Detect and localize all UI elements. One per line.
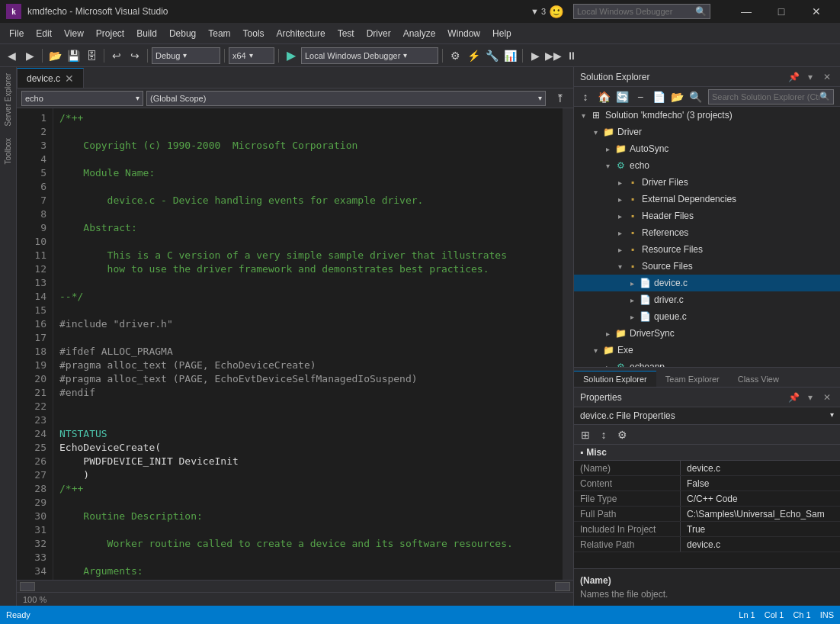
- code-editor[interactable]: /*++​ Copyright (c) 1990-2000 Microsoft …: [53, 108, 563, 580]
- tree-item-solution[interactable]: ▾ ⊞ Solution 'kmdfecho' (3 projects): [574, 107, 840, 124]
- tree-item[interactable]: ▸ 📁 DriverSync: [574, 325, 840, 342]
- chevron-right-icon[interactable]: ▸: [614, 246, 626, 254]
- chevron-down-icon[interactable]: ▾: [589, 346, 601, 355]
- se-search[interactable]: 🔍: [708, 89, 834, 105]
- file-dropdown[interactable]: echo ▾: [21, 91, 143, 106]
- menu-edit[interactable]: Edit: [30, 23, 58, 44]
- prop-pin-btn[interactable]: 📌: [787, 391, 800, 404]
- chevron-right-icon[interactable]: ▸: [614, 179, 626, 187]
- tree-item[interactable]: ▸ ▪ Header Files: [574, 207, 840, 224]
- chevron-down-icon[interactable]: ▾: [614, 262, 626, 271]
- server-explorer-label[interactable]: Server Explorer: [1, 67, 15, 132]
- chevron-down-icon[interactable]: ▾: [601, 162, 614, 170]
- prop-menu-btn[interactable]: ▾: [803, 391, 817, 404]
- toolbar-extra2[interactable]: ⚡: [465, 47, 482, 64]
- tree-item[interactable]: ▸ ▪ Driver Files: [574, 174, 840, 191]
- tree-item[interactable]: ▸ 📄 device.c: [574, 275, 840, 291]
- chevron-right-icon[interactable]: ▸: [601, 145, 614, 153]
- se-tb-home[interactable]: 🏠: [595, 88, 612, 105]
- tree-item[interactable]: ▾ ▪ Source Files: [574, 258, 840, 275]
- se-tab-solution[interactable]: Solution Explorer: [574, 371, 656, 387]
- menu-driver[interactable]: Driver: [361, 23, 397, 44]
- editor-hscrollbar[interactable]: [17, 580, 573, 592]
- toolbar-extra3[interactable]: 🔧: [483, 47, 500, 64]
- toolbar-run3[interactable]: ⏸: [563, 47, 580, 64]
- tree-item[interactable]: ▾ ⚙ echo: [574, 157, 840, 174]
- menu-test[interactable]: Test: [332, 23, 361, 44]
- minimize-button[interactable]: —: [729, 0, 764, 23]
- chevron-right-icon[interactable]: ▸: [626, 313, 638, 321]
- menu-project[interactable]: Project: [90, 23, 130, 44]
- chevron-right-icon[interactable]: ▸: [601, 330, 614, 338]
- prop-dropdown-arrow[interactable]: ▾: [830, 410, 834, 419]
- chevron-right-icon[interactable]: ▸: [614, 229, 626, 237]
- chevron-right-icon[interactable]: ▸: [614, 195, 626, 204]
- chevron-right-icon[interactable]: ▸: [626, 279, 638, 288]
- se-tb-properties[interactable]: 📄: [650, 88, 667, 105]
- tree-item[interactable]: ▾ 📁 Exe: [574, 342, 840, 359]
- chevron-right-icon[interactable]: ▸: [614, 212, 626, 220]
- se-close-btn[interactable]: ✕: [820, 70, 834, 84]
- scope-dropdown[interactable]: (Global Scope) ▾: [146, 91, 546, 106]
- tree-item[interactable]: ▸ ▪ External Dependencies: [574, 191, 840, 207]
- se-pin-btn[interactable]: 📌: [787, 70, 800, 84]
- debug-config-dropdown[interactable]: Debug ▾: [152, 47, 220, 64]
- toolbar-save[interactable]: 💾: [65, 47, 82, 64]
- launch-dropdown[interactable]: Local Windows Debugger ▾: [301, 47, 438, 64]
- prop-property-pages-btn[interactable]: ⚙: [614, 426, 630, 443]
- restore-button[interactable]: □: [764, 0, 799, 23]
- toolbar-open[interactable]: 📂: [46, 47, 63, 64]
- scroll-left-btn[interactable]: [20, 582, 35, 591]
- se-tb-filter[interactable]: 🔍: [687, 88, 704, 105]
- prop-categorized-btn[interactable]: ⊞: [577, 426, 594, 443]
- scroll-right-btn[interactable]: [555, 582, 570, 591]
- scroll-track[interactable]: [37, 584, 553, 590]
- menu-view[interactable]: View: [58, 23, 90, 44]
- editor-content[interactable]: 1234567891011121314151617181920212223242…: [17, 108, 573, 580]
- toolbar-run2[interactable]: ▶▶: [545, 47, 562, 64]
- tree-item[interactable]: ▾ 📁 Driver: [574, 124, 840, 140]
- tab-close-icon[interactable]: ✕: [65, 72, 74, 85]
- toolbar-save-all[interactable]: 🗄: [83, 47, 100, 64]
- quick-launch[interactable]: 🔍: [573, 4, 710, 19]
- menu-debug[interactable]: Debug: [163, 23, 202, 44]
- toolbar-redo[interactable]: ↪: [127, 47, 143, 64]
- toolbar-extra4[interactable]: 📊: [502, 47, 518, 64]
- solution-tree[interactable]: ▾ ⊞ Solution 'kmdfecho' (3 projects) ▾ 📁…: [574, 107, 840, 367]
- toolbar-forward[interactable]: ▶: [21, 47, 38, 64]
- toolbar-extra1[interactable]: ⚙: [447, 47, 463, 64]
- se-tb-collapse[interactable]: −: [632, 88, 649, 105]
- chevron-right-icon[interactable]: ▸: [626, 296, 638, 304]
- se-tab-team[interactable]: Team Explorer: [656, 371, 729, 387]
- se-search-input[interactable]: [712, 92, 819, 101]
- toolbar-play[interactable]: ▶: [283, 47, 300, 64]
- tree-item[interactable]: ▸ ▪ Resource Files: [574, 241, 840, 258]
- tree-item[interactable]: ▸ ▪ References: [574, 224, 840, 241]
- toolbar-back[interactable]: ◀: [3, 47, 20, 64]
- menu-window[interactable]: Window: [441, 23, 486, 44]
- toolbox-label[interactable]: Toolbox: [1, 132, 15, 170]
- prop-alphabetical-btn[interactable]: ↕: [595, 426, 612, 443]
- menu-analyze[interactable]: Analyze: [397, 23, 442, 44]
- close-button[interactable]: ✕: [799, 0, 834, 23]
- menu-build[interactable]: Build: [130, 23, 163, 44]
- tree-item[interactable]: ▸ 📄 queue.c: [574, 308, 840, 325]
- se-tab-class[interactable]: Class View: [729, 371, 788, 387]
- menu-architecture[interactable]: Architecture: [271, 23, 332, 44]
- prop-close-btn[interactable]: ✕: [820, 391, 834, 404]
- chevron-down-icon[interactable]: ▾: [589, 128, 601, 137]
- menu-tools[interactable]: Tools: [237, 23, 271, 44]
- tree-item[interactable]: ▸ 📄 driver.c: [574, 291, 840, 308]
- quick-launch-input[interactable]: [577, 7, 695, 16]
- menu-team[interactable]: Team: [202, 23, 236, 44]
- arch-dropdown[interactable]: x64 ▾: [229, 47, 274, 64]
- tree-item[interactable]: ▸ ⚙ echoapp: [574, 359, 840, 367]
- editor-scrollbar[interactable]: [563, 108, 573, 580]
- tab-device-c[interactable]: device.c ✕: [17, 68, 84, 88]
- se-tb-showfiles[interactable]: 📂: [668, 88, 685, 105]
- editor-scroll-up[interactable]: ⤒: [552, 90, 569, 107]
- se-menu-btn[interactable]: ▾: [803, 70, 817, 84]
- tree-item[interactable]: ▸ 📁 AutoSync: [574, 140, 840, 157]
- menu-file[interactable]: File: [3, 23, 30, 44]
- se-tb-sync[interactable]: ↕: [577, 88, 594, 105]
